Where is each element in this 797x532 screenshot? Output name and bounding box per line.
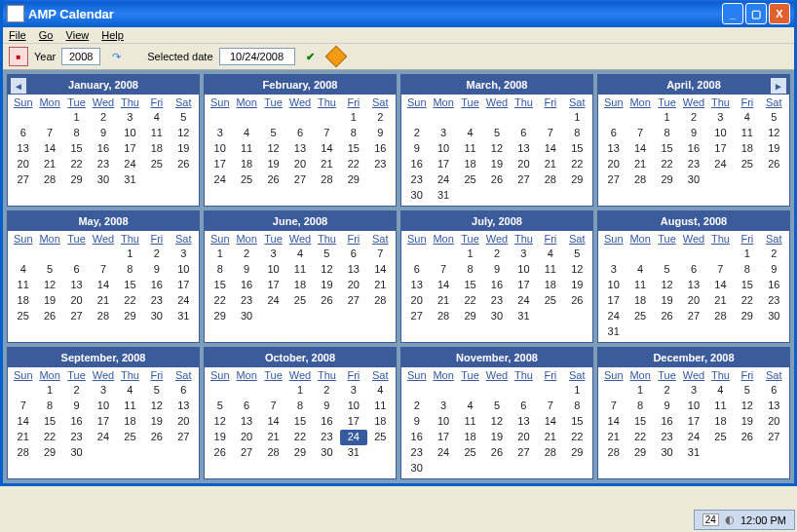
day-cell[interactable]: 6 xyxy=(511,399,537,414)
day-cell[interactable]: 17 xyxy=(90,414,116,430)
day-cell[interactable]: 23 xyxy=(367,157,394,172)
day-cell[interactable]: 7 xyxy=(314,126,340,141)
day-cell[interactable]: 1 xyxy=(734,247,760,262)
month-header[interactable]: May, 2008 xyxy=(8,211,199,231)
day-cell[interactable]: 19 xyxy=(207,430,233,445)
day-cell[interactable]: 15 xyxy=(63,141,90,157)
day-cell[interactable]: 31 xyxy=(680,445,706,461)
day-cell[interactable]: 22 xyxy=(564,157,590,172)
day-cell[interactable]: 10 xyxy=(680,399,706,414)
day-cell[interactable]: 20 xyxy=(286,157,313,172)
day-cell[interactable]: 19 xyxy=(734,414,760,430)
day-cell[interactable]: 8 xyxy=(654,126,680,141)
day-cell[interactable]: 6 xyxy=(761,383,787,399)
day-cell[interactable]: 15 xyxy=(734,278,760,293)
day-cell[interactable]: 17 xyxy=(207,157,233,172)
day-cell[interactable]: 2 xyxy=(403,126,430,141)
day-cell[interactable]: 24 xyxy=(430,445,456,461)
day-cell[interactable]: 29 xyxy=(734,309,760,324)
titlebar[interactable]: AMP Calendar _ ▢ X xyxy=(3,0,794,27)
day-cell[interactable]: 30 xyxy=(680,172,706,188)
day-cell[interactable]: 22 xyxy=(63,157,90,172)
day-cell[interactable]: 4 xyxy=(117,383,143,399)
day-cell[interactable]: 9 xyxy=(233,262,259,278)
month-header[interactable]: October, 2008 xyxy=(205,348,396,367)
day-cell[interactable]: 17 xyxy=(430,430,456,445)
day-cell[interactable]: 5 xyxy=(483,399,510,414)
menu-view[interactable]: View xyxy=(66,29,90,41)
day-cell[interactable]: 14 xyxy=(600,414,626,430)
day-cell[interactable]: 14 xyxy=(537,414,563,430)
day-cell[interactable]: 6 xyxy=(511,126,537,141)
day-cell[interactable]: 11 xyxy=(143,126,170,141)
day-cell[interactable]: 14 xyxy=(36,141,62,157)
day-cell[interactable]: 1 xyxy=(207,247,233,262)
day-cell[interactable]: 29 xyxy=(286,445,313,461)
day-cell[interactable]: 12 xyxy=(654,278,680,293)
day-cell[interactable]: 3 xyxy=(260,247,286,262)
day-cell[interactable]: 8 xyxy=(564,126,590,141)
day-cell[interactable]: 15 xyxy=(117,278,143,293)
day-cell[interactable]: 22 xyxy=(340,157,366,172)
day-cell[interactable]: 26 xyxy=(761,157,787,172)
day-cell[interactable]: 18 xyxy=(457,430,483,445)
day-cell[interactable]: 14 xyxy=(430,278,456,293)
day-cell[interactable]: 28 xyxy=(314,172,340,188)
day-cell[interactable]: 16 xyxy=(403,157,430,172)
day-cell[interactable]: 7 xyxy=(10,399,36,414)
day-cell[interactable]: 9 xyxy=(314,399,340,414)
month-header[interactable]: June, 2008 xyxy=(205,211,396,231)
day-cell[interactable]: 22 xyxy=(36,430,62,445)
day-cell[interactable]: 21 xyxy=(367,278,394,293)
day-cell[interactable]: 2 xyxy=(761,247,787,262)
day-cell[interactable]: 24 xyxy=(511,293,537,309)
day-cell[interactable]: 24 xyxy=(117,157,143,172)
day-cell[interactable]: 29 xyxy=(564,172,590,188)
menu-go[interactable]: Go xyxy=(39,29,54,41)
day-cell[interactable]: 18 xyxy=(10,293,36,309)
day-cell[interactable]: 13 xyxy=(286,141,313,157)
day-cell[interactable]: 13 xyxy=(340,262,366,278)
day-cell[interactable]: 18 xyxy=(367,414,394,430)
day-cell[interactable]: 29 xyxy=(457,309,483,324)
day-cell[interactable]: 11 xyxy=(233,141,259,157)
day-cell[interactable]: 8 xyxy=(340,126,366,141)
day-cell[interactable]: 20 xyxy=(63,293,90,309)
day-cell[interactable]: 26 xyxy=(207,445,233,461)
day-cell[interactable]: 17 xyxy=(171,278,197,293)
day-cell[interactable]: 18 xyxy=(707,414,734,430)
day-cell[interactable]: 11 xyxy=(117,399,143,414)
day-cell[interactable]: 8 xyxy=(734,262,760,278)
day-cell[interactable]: 9 xyxy=(90,126,116,141)
month-header[interactable]: November, 2008 xyxy=(401,348,592,367)
day-cell[interactable]: 7 xyxy=(260,399,286,414)
day-cell[interactable]: 25 xyxy=(367,430,394,445)
day-cell[interactable]: 25 xyxy=(233,172,259,188)
day-cell[interactable]: 24 xyxy=(680,430,706,445)
day-cell[interactable]: 18 xyxy=(457,157,483,172)
day-cell[interactable]: 30 xyxy=(143,309,170,324)
check-icon[interactable]: ✔ xyxy=(301,47,321,66)
day-cell[interactable]: 21 xyxy=(430,293,456,309)
day-cell[interactable]: 14 xyxy=(367,262,394,278)
day-cell[interactable]: 8 xyxy=(36,399,62,414)
month-header[interactable]: January, 2008◄ xyxy=(8,75,199,95)
day-cell[interactable]: 7 xyxy=(600,399,626,414)
day-cell[interactable]: 4 xyxy=(10,262,36,278)
day-cell[interactable]: 15 xyxy=(340,141,366,157)
day-cell[interactable]: 26 xyxy=(483,172,510,188)
day-cell[interactable]: 6 xyxy=(600,126,626,141)
day-cell[interactable]: 3 xyxy=(430,126,456,141)
day-cell[interactable]: 24 xyxy=(430,172,456,188)
day-cell[interactable]: 1 xyxy=(286,383,313,399)
day-cell[interactable]: 20 xyxy=(233,430,259,445)
year-field[interactable]: 2008 xyxy=(61,48,100,65)
day-cell[interactable]: 29 xyxy=(117,309,143,324)
day-cell[interactable]: 18 xyxy=(117,414,143,430)
day-cell[interactable]: 23 xyxy=(403,445,430,461)
day-cell[interactable]: 7 xyxy=(430,262,456,278)
day-cell[interactable]: 13 xyxy=(403,278,430,293)
day-cell[interactable]: 29 xyxy=(63,172,90,188)
day-cell[interactable]: 15 xyxy=(36,414,62,430)
day-cell[interactable]: 7 xyxy=(537,399,563,414)
